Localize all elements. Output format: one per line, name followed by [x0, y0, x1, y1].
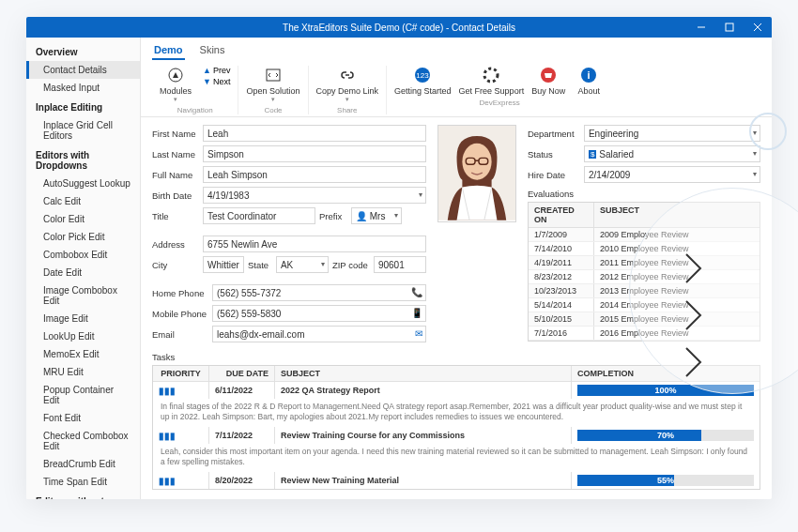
mobile-icon[interactable]: 📱: [411, 308, 422, 318]
buy-now-button[interactable]: Buy Now: [531, 66, 565, 96]
sidebar-item[interactable]: Inplace Grid Cell Editors: [26, 116, 140, 144]
table-row[interactable]: 8/23/20122012 Employee Review: [529, 270, 760, 284]
sidebar-item[interactable]: MemoEx Edit: [26, 345, 140, 363]
sidebar-category: Editors with Dropdowns: [26, 144, 140, 175]
department-input[interactable]: Engineering▾: [584, 125, 760, 142]
sidebar-item[interactable]: MRU Edit: [26, 363, 140, 381]
get-support-button[interactable]: Get Free Support: [459, 66, 525, 96]
birth-date-input[interactable]: 4/19/1983▾: [203, 187, 426, 204]
table-row[interactable]: 5/14/20142014 Employee Review: [529, 298, 760, 312]
last-name-input[interactable]: Simpson: [203, 145, 426, 162]
table-row[interactable]: 10/23/20132013 Employee Review: [529, 284, 760, 298]
mobile-phone-input[interactable]: (562) 559-5830📱: [212, 305, 426, 322]
sidebar-item[interactable]: Masked Input: [26, 79, 140, 97]
info-icon: i: [579, 66, 598, 84]
full-name-label: Full Name: [152, 170, 203, 180]
sidebar-item[interactable]: Contact Details: [26, 61, 140, 79]
task-note: Leah, consider this most important item …: [153, 444, 760, 472]
col-completion[interactable]: COMPLETION: [572, 366, 760, 381]
email-label: Email: [152, 329, 212, 340]
app-window: The XtraEditors Suite Demo (C# code) - C…: [26, 17, 772, 499]
city-input[interactable]: Whittier: [203, 256, 244, 273]
sidebar-item[interactable]: Calc Edit: [26, 192, 140, 210]
chevron-down-icon[interactable]: ▾: [321, 260, 325, 268]
col-created-on[interactable]: CREATED ON: [529, 203, 594, 227]
money-icon: $: [589, 150, 596, 159]
getting-started-button[interactable]: 123 Getting Started: [394, 66, 452, 96]
sidebar-item[interactable]: AutoSuggest Lookup: [26, 175, 140, 192]
table-row[interactable]: 4/19/20112011 Employee Review: [529, 256, 760, 270]
progress-bar: 55%: [577, 475, 754, 486]
zip-input[interactable]: 90601: [374, 256, 426, 273]
contact-photo[interactable]: [437, 125, 516, 222]
first-name-input[interactable]: Leah: [203, 125, 426, 142]
sidebar-item[interactable]: LookUp Edit: [26, 327, 140, 345]
table-row[interactable]: 5/10/20152015 Employee Review: [529, 312, 760, 327]
modules-button[interactable]: Modules▾: [160, 66, 192, 103]
chevron-down-icon[interactable]: ▾: [753, 149, 757, 158]
chevron-down-icon: ▾: [271, 96, 275, 103]
phone-icon[interactable]: 📞: [411, 287, 422, 297]
col-subject[interactable]: SUBJECT: [594, 203, 760, 227]
state-input[interactable]: AK▾: [276, 256, 329, 273]
table-row[interactable]: ▮▮▮8/20/2022Review New Training Material…: [153, 472, 760, 489]
birth-date-label: Birth Date: [152, 190, 203, 201]
link-icon: [338, 66, 357, 84]
department-label: Department: [528, 129, 584, 139]
about-button[interactable]: i About: [573, 66, 605, 96]
table-row[interactable]: ▮▮▮7/11/2022Review Training Course for a…: [153, 427, 760, 444]
progress-bar: 70%: [577, 430, 754, 441]
hire-date-input[interactable]: 2/14/2009▾: [584, 166, 760, 183]
evaluations-table: CREATED ON SUBJECT 1/7/20092009 Employee…: [528, 202, 760, 342]
table-row[interactable]: 7/1/20162016 Employee Review: [529, 327, 760, 341]
chevron-down-icon[interactable]: ▾: [394, 211, 398, 220]
sidebar-item[interactable]: Color Pick Edit: [26, 228, 140, 246]
chevron-down-icon[interactable]: ▾: [753, 170, 757, 178]
tab[interactable]: Skins: [198, 41, 227, 60]
sidebar-item[interactable]: Color Edit: [26, 210, 140, 228]
person-icon: 👤: [356, 211, 367, 221]
table-row[interactable]: ▮▮▮6/11/20222022 QA Strategy Report100%: [153, 382, 760, 399]
table-header: PRIORITY DUE DATE SUBJECT COMPLETION: [153, 366, 760, 382]
sidebar-item[interactable]: Time Span Edit: [26, 473, 140, 491]
chevron-down-icon[interactable]: ▾: [419, 190, 422, 199]
sidebar-item[interactable]: Date Edit: [26, 264, 140, 281]
titlebar: The XtraEditors Suite Demo (C# code) - C…: [26, 17, 772, 38]
col-subject[interactable]: SUBJECT: [275, 366, 572, 381]
home-phone-input[interactable]: (562) 555-7372📞: [212, 284, 426, 301]
status-input[interactable]: $Salaried▾: [584, 145, 760, 162]
title-input[interactable]: Test Coordinator: [203, 207, 315, 224]
table-header: CREATED ON SUBJECT: [529, 203, 760, 228]
col-priority[interactable]: PRIORITY: [153, 366, 209, 381]
next-button[interactable]: ▼ Next: [203, 77, 230, 86]
sidebar-item[interactable]: Popup Container Edit: [26, 381, 140, 409]
minimize-button[interactable]: [687, 17, 715, 38]
state-label: State: [248, 256, 272, 273]
col-due-date[interactable]: DUE DATE: [209, 366, 275, 381]
maximize-button[interactable]: [715, 17, 744, 38]
prefix-input[interactable]: 👤 Mrs▾: [351, 207, 402, 224]
table-row[interactable]: 1/7/20092009 Employee Review: [529, 228, 760, 242]
address-input[interactable]: 6755 Newlin Ave: [203, 236, 426, 252]
email-input[interactable]: leahs@dx-email.com✉: [212, 326, 426, 342]
mail-icon[interactable]: ✉: [415, 328, 422, 339]
sidebar-item[interactable]: Combobox Edit: [26, 246, 140, 264]
chevron-down-icon[interactable]: ▾: [753, 129, 757, 137]
sidebar-item[interactable]: Font Edit: [26, 409, 140, 427]
priority-icon: ▮▮▮: [159, 476, 176, 486]
open-solution-button[interactable]: Open Solution▾: [246, 66, 299, 103]
sidebar-item[interactable]: BreadCrumb Edit: [26, 455, 140, 473]
prev-button[interactable]: ▲ Prev: [203, 66, 230, 75]
sidebar-item[interactable]: Image Edit: [26, 310, 140, 327]
tab[interactable]: Demo: [152, 41, 185, 60]
table-row[interactable]: 7/14/20102010 Employee Review: [529, 242, 760, 256]
sidebar-item[interactable]: Checked Combobox Edit: [26, 427, 140, 455]
home-phone-label: Home Phone: [152, 288, 212, 298]
svg-text:123: 123: [417, 71, 430, 80]
sidebar-item[interactable]: Image Combobox Edit: [26, 281, 140, 310]
copy-link-button[interactable]: Copy Demo Link▾: [316, 66, 379, 103]
full-name-input[interactable]: Leah Simpson: [203, 166, 426, 183]
close-button[interactable]: [744, 17, 772, 38]
chevron-down-icon: ▾: [174, 96, 177, 103]
group-label: Share: [337, 106, 357, 114]
